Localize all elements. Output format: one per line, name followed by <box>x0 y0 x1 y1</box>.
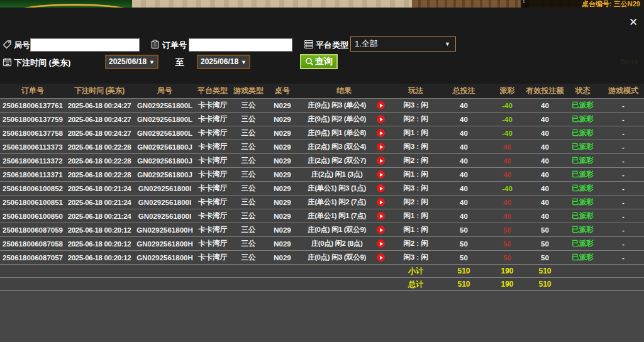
cell-result: 庄(0点) 闲1 (双公9) <box>297 223 391 236</box>
round-number-input[interactable] <box>30 38 140 52</box>
cell-result: 庄(2点) 闲3 (双公4) <box>297 140 391 153</box>
play-video-icon[interactable] <box>377 240 385 248</box>
cell-status: 已派彩 <box>563 209 602 223</box>
cell-game: 三公 <box>229 154 268 167</box>
cell-mode: - <box>602 182 644 195</box>
header-total: 总投注 <box>440 84 487 98</box>
cell-table: N029 <box>268 223 297 236</box>
play-video-icon[interactable] <box>377 226 385 234</box>
grand-total-row: 总计 510 190 510 <box>0 277 644 290</box>
result-text: 庄(9点) 闲2 (单公0) <box>297 114 377 124</box>
query-button-label: 查询 <box>315 56 333 67</box>
cell-mode: - <box>602 99 644 112</box>
cell-time: 2025-06-18 00:22:28 <box>65 168 133 181</box>
cell-order: 250618006087058 <box>0 237 65 250</box>
cell-time: 2025-06-18 00:24:27 <box>65 113 133 126</box>
table-empty-area <box>0 290 644 342</box>
cell-valid_bet: 40 <box>527 168 563 181</box>
cell-round: GN0292561800L <box>133 99 196 112</box>
cell-status: 已派彩 <box>563 140 602 153</box>
subtotal-payout: 190 <box>487 265 527 277</box>
cell-table: N029 <box>268 196 297 209</box>
query-button[interactable]: 查询 <box>300 54 338 69</box>
cell-order: 250618006100851 <box>0 196 65 209</box>
grand-total-label: 总计 <box>391 278 440 290</box>
game-wall <box>132 0 412 8</box>
cell-mode: - <box>602 154 644 167</box>
cell-platform: 卡卡湾厅 <box>196 154 229 167</box>
table-id-badge: 桌台编号: 三公N29 <box>525 0 644 8</box>
cell-play: 闲2 : 闲 <box>391 113 440 126</box>
play-video-icon[interactable] <box>377 129 385 137</box>
cell-result: 庄(9点) 闲3 (单公4) <box>297 99 391 112</box>
play-video-icon[interactable] <box>377 143 385 151</box>
cell-status: 已派彩 <box>563 251 602 264</box>
play-video-icon[interactable] <box>377 101 385 109</box>
cell-platform: 卡卡湾厅 <box>196 182 229 195</box>
table-row: 2506180060870582025-06-18 00:20:12GN0292… <box>0 236 644 250</box>
cell-platform: 卡卡湾厅 <box>196 99 229 112</box>
chevron-down-icon: ▼ <box>149 59 155 65</box>
result-text: 庄(2点) 闲3 (双公4) <box>297 142 377 152</box>
cell-round: GN0292561800L <box>133 126 196 140</box>
cell-result: 庄(单公1) 闲1 (7点) <box>297 209 391 223</box>
cell-mode: - <box>602 223 644 236</box>
order-number-input[interactable] <box>189 38 292 52</box>
play-video-icon[interactable] <box>377 170 385 179</box>
close-icon[interactable]: ✕ <box>626 16 640 30</box>
cell-round: GN0292561800H <box>133 251 196 264</box>
cell-table: N029 <box>268 99 297 112</box>
cell-valid_bet: 40 <box>527 126 563 140</box>
platform-type-select[interactable]: 1.全部 ▼ <box>350 36 456 52</box>
bet-time-label: 下注时间 (美东) <box>14 57 70 69</box>
cell-valid_bet: 50 <box>527 251 563 264</box>
cell-total_bet: 50 <box>440 237 487 250</box>
cell-valid_bet: 40 <box>527 113 563 126</box>
cell-platform: 卡卡湾厅 <box>196 223 229 236</box>
header-mode: 游戏模式 <box>602 84 644 98</box>
cell-total_bet: 40 <box>440 126 487 140</box>
cell-mode: - <box>602 251 644 264</box>
table-row: 2506180060870592025-06-18 00:20:12GN0292… <box>0 223 644 236</box>
play-video-icon[interactable] <box>377 212 385 220</box>
header-platform: 平台类型 <box>196 84 229 98</box>
subtotal-valid-bet: 510 <box>527 265 563 277</box>
cell-status: 已派彩 <box>563 196 602 209</box>
play-video-icon[interactable] <box>377 115 385 123</box>
cell-game: 三公 <box>229 223 268 236</box>
play-video-icon[interactable] <box>377 157 385 165</box>
cell-play: 闲1 : 闲 <box>391 126 440 140</box>
cell-time: 2025-06-18 00:21:24 <box>65 196 133 209</box>
cell-payout: -40 <box>487 126 527 140</box>
cell-result: 庄(0点) 闲2 (8点) <box>297 237 391 250</box>
cell-game: 三公 <box>229 113 268 126</box>
grand-total-payout: 190 <box>487 278 527 290</box>
subtotal-label: 小计 <box>391 265 440 277</box>
cell-payout: 40 <box>487 168 527 181</box>
play-video-icon[interactable] <box>377 198 385 206</box>
result-text: 庄(0点) 闲1 (双公9) <box>297 225 377 234</box>
cell-total_bet: 40 <box>440 182 487 195</box>
tag-icon <box>3 40 12 49</box>
play-video-icon[interactable] <box>377 184 385 192</box>
cell-table: N029 <box>268 113 297 126</box>
cell-platform: 卡卡湾厅 <box>196 196 229 209</box>
cell-result: 庄(2点) 闲1 (3点) <box>297 168 391 181</box>
cell-table: N029 <box>268 209 297 223</box>
cell-game: 三公 <box>229 237 268 250</box>
cell-payout: -40 <box>487 99 527 112</box>
cell-table: N029 <box>268 251 297 264</box>
cell-play: 闲3 : 闲 <box>391 182 440 195</box>
cell-table: N029 <box>268 140 297 153</box>
cell-play: 闲1 : 闲 <box>391 223 440 236</box>
bet-history-modal: Berta 20 - 50.0 0 ✕ 局号 订单号 平台类型 1.全部 ▼ 下… <box>0 8 644 342</box>
table-header-row: 订单号 下注时间 (美东) 局号 平台类型 游戏类型 桌号 结果 玩法 总投注 … <box>0 84 644 98</box>
cell-valid_bet: 50 <box>527 223 563 236</box>
header-valid: 有效投注额 <box>527 84 563 98</box>
cell-payout: 40 <box>487 140 527 153</box>
cell-status: 已派彩 <box>563 223 602 236</box>
date-to-picker[interactable]: 2025/06/18▼ <box>197 55 250 69</box>
cell-round: GN0292561800H <box>133 237 196 250</box>
date-from-picker[interactable]: 2025/06/18▼ <box>105 55 158 69</box>
play-video-icon[interactable] <box>377 253 385 262</box>
